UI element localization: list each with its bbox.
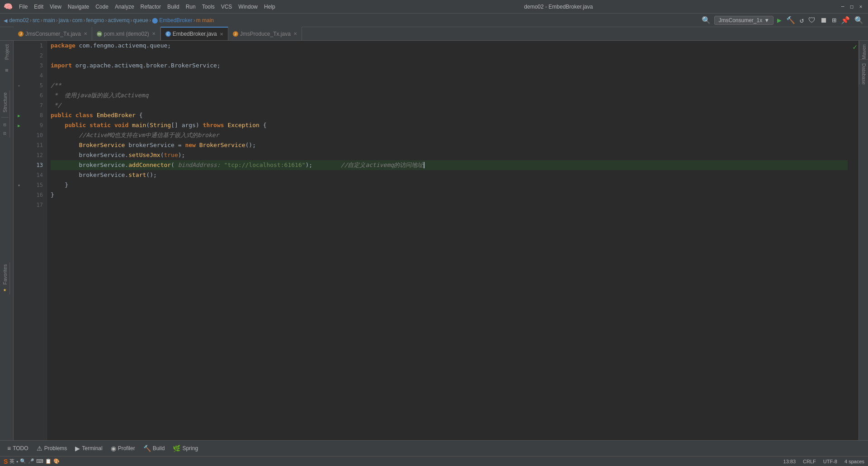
maven-panel: Maven	[859, 41, 868, 59]
terminal-label: Terminal	[82, 445, 102, 452]
project-panel-label[interactable]: Project	[4, 44, 9, 60]
menu-run[interactable]: Run	[183, 3, 198, 11]
minimize-button[interactable]: ─	[839, 3, 846, 10]
gutter-9-run[interactable]: ▶	[14, 120, 24, 130]
coverage-icon[interactable]: 🛡	[807, 15, 816, 25]
breadcrumb-class[interactable]: ⬤ EmbedBroker	[152, 17, 193, 24]
bottom-toolbar: ≡ TODO ⚠ Problems ▶ Terminal ◉ Profiler …	[0, 440, 868, 456]
tab-jmsconsumer-tx[interactable]: J JmsConsumer_Tx.java ✕	[14, 27, 92, 40]
gutter-8-run[interactable]: ▶	[14, 110, 24, 120]
tab-label-2: pom.xml (demo02)	[104, 31, 149, 37]
gutter-12	[14, 150, 24, 160]
structure-label[interactable]: Structure	[2, 92, 8, 113]
status-brand: S 英 • 🔍 🎤 ⌨ 📋 🎨	[4, 458, 60, 465]
back-icon[interactable]: ◀	[4, 17, 7, 24]
close-button[interactable]: ✕	[857, 3, 864, 10]
status-line-ending[interactable]: CRLF	[803, 459, 816, 464]
reload-icon[interactable]: ↺	[799, 15, 805, 25]
gutter-1	[14, 41, 24, 51]
code-line-17	[51, 200, 848, 210]
menu-tools[interactable]: Tools	[199, 3, 217, 11]
database-label[interactable]: Database	[861, 63, 867, 85]
menu-refactor[interactable]: Refactor	[138, 3, 164, 11]
nav-bar: ◀ demo02 › src › main › java › com › fen…	[0, 14, 868, 27]
code-line-11: BrokerService brokerService = new Broker…	[51, 140, 848, 150]
breadcrumb: demo02 › src › main › java › com › fengm…	[9, 17, 214, 24]
status-icon2: 🎤	[28, 458, 34, 464]
breadcrumb-main[interactable]: main	[43, 17, 55, 24]
tab-close-3[interactable]: ✕	[220, 32, 223, 37]
breadcrumb-project[interactable]: demo02	[9, 17, 28, 24]
line-numbers: 1 2 3 4 5 6 7 8 9 10 11 12 13 14 15 16 1…	[24, 41, 47, 440]
menu-view[interactable]: View	[47, 3, 64, 11]
gutter-2	[14, 51, 24, 61]
settings-icon[interactable]: 🔍	[854, 15, 864, 25]
maven-label[interactable]: Maven	[861, 44, 867, 59]
search-icon[interactable]: 🔍	[701, 15, 712, 25]
todo-tool[interactable]: ≡ TODO	[4, 443, 32, 454]
status-lang: 英	[9, 458, 14, 465]
gutter-3	[14, 61, 24, 71]
menu-analyze[interactable]: Analyze	[112, 3, 137, 11]
code-area[interactable]: package com.fengmo.activemq.queue; impor…	[47, 41, 851, 440]
breadcrumb-com[interactable]: com	[72, 17, 83, 24]
breadcrumb-queue[interactable]: queue	[133, 17, 148, 24]
tab-pomxml[interactable]: m pom.xml (demo02) ✕	[92, 27, 160, 40]
run-config-selector[interactable]: JmsConsumer_1x ▼	[714, 16, 774, 25]
breadcrumb-java[interactable]: java	[59, 17, 69, 24]
status-dot1: •	[16, 459, 18, 464]
window-title: demo02 - EmbedBroker.java	[282, 4, 835, 10]
run-button[interactable]: ▶	[776, 15, 783, 25]
ln-9: 9	[28, 120, 43, 130]
status-bar: S 英 • 🔍 🎤 ⌨ 📋 🎨 13:83 CRLF UTF-8 4 space…	[0, 456, 868, 466]
tab-icon-java1: J	[18, 31, 24, 37]
status-icon3: ⌨	[36, 458, 43, 464]
error-stripe: ✓	[851, 41, 859, 440]
menu-help[interactable]: Help	[261, 3, 278, 11]
status-encoding[interactable]: UTF-8	[823, 459, 837, 464]
right-panels: Maven Database	[859, 41, 868, 440]
structure-icon[interactable]: ≡	[5, 67, 8, 73]
status-line-col[interactable]: 13:83	[783, 459, 796, 464]
spring-tool[interactable]: 🌿 Spring	[169, 443, 202, 454]
tab-jmsproduce-tx[interactable]: J JmsProduce_Tx.java ✕	[228, 27, 302, 40]
menu-vcs[interactable]: VCS	[218, 3, 235, 11]
status-indent[interactable]: 4 spaces	[844, 459, 864, 464]
menu-code[interactable]: Code	[93, 3, 111, 11]
build-tool[interactable]: 🔨 Build	[140, 443, 169, 454]
tab-embedbroker[interactable]: C EmbedBroker.java ✕	[160, 27, 228, 40]
build-icon[interactable]: 🔨	[785, 15, 796, 25]
menu-file[interactable]: File	[16, 3, 30, 11]
stop-icon[interactable]: ⏹	[819, 15, 828, 25]
favorites-label[interactable]: Favorites	[2, 264, 8, 285]
ln-4: 4	[28, 71, 43, 81]
tab-close-4[interactable]: ✕	[293, 31, 297, 36]
title-bar: 🧠 File Edit View Navigate Code Analyze R…	[0, 0, 868, 14]
code-line-9: public static void main(String[] args) t…	[51, 120, 848, 130]
breadcrumb-activemq[interactable]: activemq	[108, 17, 130, 24]
tab-close-2[interactable]: ✕	[152, 31, 156, 36]
gutter-15-fold[interactable]: ▾	[14, 180, 24, 190]
menu-window[interactable]: Window	[236, 3, 260, 11]
breadcrumb-method[interactable]: m main	[196, 17, 214, 24]
menu-build[interactable]: Build	[165, 3, 182, 11]
ln-6: 6	[28, 90, 43, 100]
terminal-icon: ▶	[75, 445, 80, 452]
menu-navigate[interactable]: Navigate	[65, 3, 92, 11]
tab-close-1[interactable]: ✕	[84, 31, 87, 36]
editor-container: ▾ ▶ ▶ ▾ 1 2 3 4 5 6 7 8 9 10 11	[14, 41, 859, 440]
breadcrumb-fengmo[interactable]: fengmo	[86, 17, 104, 24]
maximize-button[interactable]: □	[848, 3, 855, 10]
problems-tool[interactable]: ⚠ Problems	[33, 443, 71, 454]
tab-label-3: EmbedBroker.java	[173, 31, 217, 37]
breadcrumb-src[interactable]: src	[33, 17, 40, 24]
ln-7: 7	[28, 100, 43, 110]
layout-icon[interactable]: ⊞	[831, 15, 837, 25]
tab-icon-embed: C	[165, 31, 171, 37]
profiler-label: Profiler	[118, 445, 135, 452]
profiler-tool[interactable]: ◉ Profiler	[107, 443, 139, 454]
ln-12: 12	[28, 150, 43, 160]
terminal-tool[interactable]: ▶ Terminal	[71, 443, 106, 454]
menu-edit[interactable]: Edit	[31, 3, 46, 11]
pin-icon[interactable]: 📌	[840, 15, 851, 25]
